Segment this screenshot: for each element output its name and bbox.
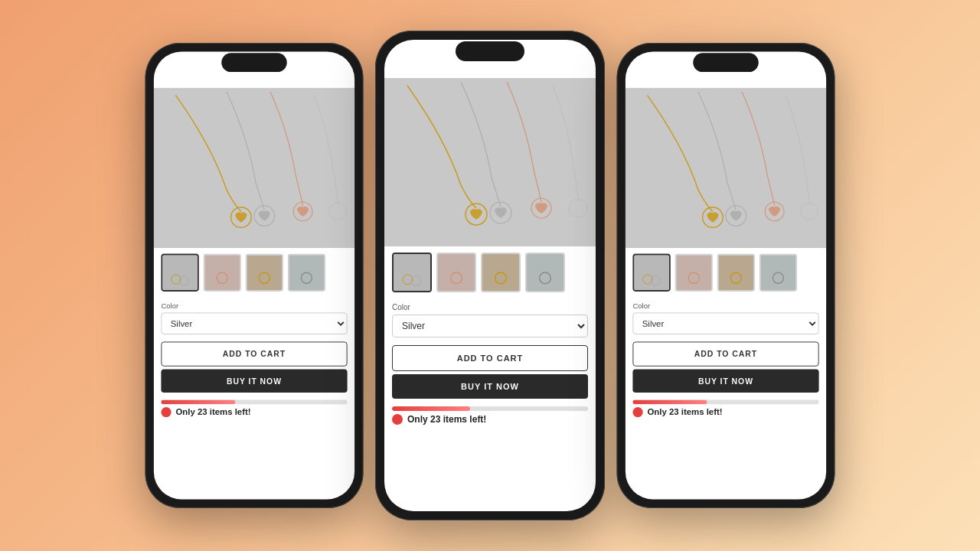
svg-rect-14 bbox=[384, 78, 596, 246]
stock-text-row-left: Only 23 items left! bbox=[161, 407, 347, 417]
stock-bar-fill-right bbox=[632, 399, 707, 404]
stock-text-center: Only 23 items left! bbox=[407, 414, 486, 425]
color-select-center[interactable]: Silver Gold Rose Gold bbox=[392, 315, 588, 337]
phone-left: Color Silver Gold Rose Gold ADD TO CART … bbox=[139, 31, 369, 520]
thumbnail-4-center[interactable] bbox=[525, 253, 565, 292]
buy-now-button-left[interactable]: BUY IT NOW bbox=[161, 370, 347, 393]
stock-dot-right bbox=[632, 407, 642, 417]
screen-content-left: Color Silver Gold Rose Gold ADD TO CART … bbox=[154, 51, 354, 499]
stock-bar-fill-center bbox=[392, 406, 470, 411]
phones-container: Color Silver Gold Rose Gold ADD TO CART … bbox=[0, 0, 980, 551]
phone-screen-center: Color Silver Gold Rose Gold ADD TO CART … bbox=[384, 40, 596, 511]
dynamic-island-left bbox=[221, 53, 287, 72]
stock-bar-left bbox=[161, 399, 347, 404]
color-label-right: Color bbox=[632, 302, 818, 309]
color-section-left: Color Silver Gold Rose Gold bbox=[154, 298, 354, 337]
stock-section-center: Only 23 items left! bbox=[384, 403, 596, 431]
thumbnail-2-left[interactable] bbox=[204, 254, 241, 292]
svg-rect-0 bbox=[154, 88, 354, 248]
stock-bar-center bbox=[392, 406, 588, 411]
phone-frame-right: Color Silver Gold Rose Gold ADD TO CART … bbox=[617, 43, 835, 508]
thumbnail-2-center[interactable] bbox=[436, 253, 476, 292]
thumbnail-3-center[interactable] bbox=[481, 253, 521, 292]
svg-rect-28 bbox=[626, 88, 826, 248]
buy-now-button-center[interactable]: BUY IT NOW bbox=[392, 374, 588, 399]
thumbnail-1-right[interactable] bbox=[632, 254, 670, 292]
stock-bar-fill-left bbox=[161, 399, 235, 404]
phone-right: Color Silver Gold Rose Gold ADD TO CART … bbox=[611, 31, 841, 520]
product-image-center bbox=[384, 78, 596, 246]
thumbnail-strip-center bbox=[384, 246, 596, 298]
stock-text-left: Only 23 items left! bbox=[175, 407, 250, 417]
thumbnail-strip-left bbox=[154, 248, 354, 298]
color-select-left[interactable]: Silver Gold Rose Gold bbox=[161, 312, 347, 334]
phone-frame-left: Color Silver Gold Rose Gold ADD TO CART … bbox=[145, 43, 364, 508]
phone-screen-right: Color Silver Gold Rose Gold ADD TO CART … bbox=[626, 51, 826, 499]
stock-section-right: Only 23 items left! bbox=[626, 397, 826, 423]
stock-dot-center bbox=[392, 414, 403, 425]
buy-now-button-right[interactable]: BUY IT NOW bbox=[632, 370, 818, 393]
svg-rect-19 bbox=[394, 254, 430, 291]
product-image-right bbox=[626, 88, 826, 248]
dynamic-island-right bbox=[693, 53, 759, 72]
color-section-center: Color Silver Gold Rose Gold bbox=[384, 298, 596, 341]
thumbnail-2-right[interactable] bbox=[675, 254, 713, 292]
thumbnail-3-left[interactable] bbox=[246, 254, 283, 292]
color-label-center: Color bbox=[392, 303, 588, 311]
stock-text-right: Only 23 items left! bbox=[647, 407, 722, 417]
stock-text-row-right: Only 23 items left! bbox=[632, 407, 818, 417]
product-image-left bbox=[154, 88, 354, 248]
thumbnail-strip-right bbox=[626, 248, 826, 298]
color-section-right: Color Silver Gold Rose Gold bbox=[626, 298, 826, 337]
thumbnail-3-right[interactable] bbox=[717, 254, 755, 292]
thumbnail-4-right[interactable] bbox=[760, 254, 797, 292]
color-select-right[interactable]: Silver Gold Rose Gold bbox=[632, 312, 818, 334]
phone-screen-left: Color Silver Gold Rose Gold ADD TO CART … bbox=[154, 51, 354, 499]
color-label-left: Color bbox=[161, 302, 347, 309]
stock-text-row-center: Only 23 items left! bbox=[392, 414, 588, 425]
add-to-cart-button-right[interactable]: ADD TO CART bbox=[632, 341, 818, 366]
thumbnail-4-left[interactable] bbox=[288, 254, 325, 292]
dynamic-island-center bbox=[456, 41, 524, 61]
thumbnail-1-left[interactable] bbox=[161, 254, 198, 292]
screen-content-right: Color Silver Gold Rose Gold ADD TO CART … bbox=[626, 51, 826, 499]
phone-center: Color Silver Gold Rose Gold ADD TO CART … bbox=[375, 31, 605, 520]
add-to-cart-button-center[interactable]: ADD TO CART bbox=[392, 345, 588, 371]
add-to-cart-button-left[interactable]: ADD TO CART bbox=[161, 341, 347, 366]
svg-rect-33 bbox=[634, 255, 669, 290]
phone-frame-center: Color Silver Gold Rose Gold ADD TO CART … bbox=[375, 31, 605, 520]
svg-rect-5 bbox=[162, 255, 198, 290]
thumbnail-1-center[interactable] bbox=[392, 253, 432, 292]
stock-section-left: Only 23 items left! bbox=[154, 397, 354, 423]
stock-dot-left bbox=[161, 407, 171, 417]
stock-bar-right bbox=[632, 399, 818, 404]
screen-content-center: Color Silver Gold Rose Gold ADD TO CART … bbox=[384, 40, 596, 511]
